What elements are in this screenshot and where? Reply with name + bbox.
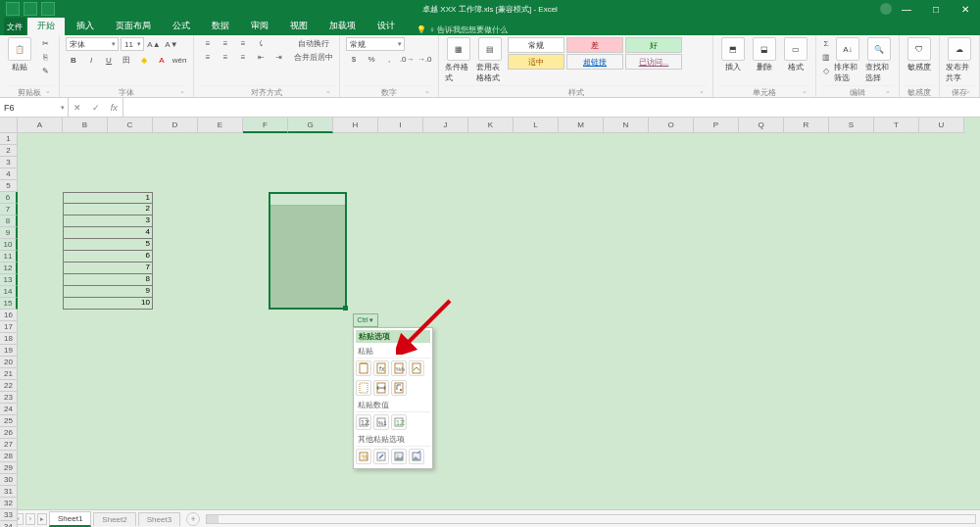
row-header-33[interactable]: 33	[0, 509, 18, 521]
table-row[interactable]: 4	[63, 227, 153, 239]
table-row[interactable]: 8	[63, 274, 153, 286]
col-header-G[interactable]: G	[288, 118, 333, 133]
sheet-nav-next[interactable]: ›	[25, 513, 35, 525]
row-header-24[interactable]: 24	[0, 404, 18, 415]
table-row[interactable]: 9	[63, 286, 153, 298]
sheet-tab-3[interactable]: Sheet3	[138, 512, 180, 526]
table-row[interactable]: 1	[63, 192, 153, 204]
italic-button[interactable]: I	[83, 54, 99, 66]
paste-picture-button[interactable]	[391, 449, 407, 464]
new-sheet-button[interactable]: +	[186, 512, 200, 526]
maximize-button[interactable]: □	[921, 0, 951, 18]
phonetic-button[interactable]: wén	[172, 54, 187, 66]
redo-icon[interactable]	[41, 2, 55, 16]
fx-button[interactable]: fx	[111, 103, 118, 113]
col-header-Q[interactable]: Q	[739, 118, 784, 133]
col-header-A[interactable]: A	[18, 118, 63, 133]
sheet-tab-2[interactable]: Sheet2	[93, 512, 135, 526]
format-cells-button[interactable]: ▭格式	[782, 37, 809, 72]
row-header-14[interactable]: 14	[0, 286, 18, 298]
row-header-31[interactable]: 31	[0, 486, 18, 498]
table-row[interactable]: 10	[63, 298, 153, 310]
underline-button[interactable]: U	[101, 54, 117, 66]
horizontal-scrollbar[interactable]	[206, 514, 976, 524]
row-header-25[interactable]: 25	[0, 415, 18, 427]
col-header-J[interactable]: J	[423, 118, 468, 133]
row-header-26[interactable]: 26	[0, 427, 18, 439]
row-header-32[interactable]: 32	[0, 498, 18, 509]
format-as-table-button[interactable]: ▤套用表格格式	[476, 37, 504, 83]
col-header-L[interactable]: L	[514, 118, 559, 133]
paste-formatting-button[interactable]: %	[356, 449, 371, 464]
grow-font-button[interactable]: A▲	[146, 38, 162, 50]
style-followed-link[interactable]: 已访问...	[625, 54, 682, 70]
decrease-decimal-button[interactable]: →.0	[416, 53, 432, 65]
table-row[interactable]: 2	[63, 204, 153, 216]
col-header-M[interactable]: M	[559, 118, 604, 133]
align-left-button[interactable]: ≡	[200, 51, 216, 63]
merge-center-button[interactable]: 合并后居中	[294, 51, 333, 63]
shrink-font-button[interactable]: A▼	[164, 38, 179, 50]
wrap-text-button[interactable]: 自动换行	[294, 37, 333, 49]
table-row[interactable]: 5	[63, 239, 153, 251]
tab-home[interactable]: 开始	[27, 17, 65, 35]
col-header-I[interactable]: I	[378, 118, 423, 133]
col-header-H[interactable]: H	[333, 118, 378, 133]
row-header-34[interactable]: 34	[0, 521, 18, 527]
row-header-15[interactable]: 15	[0, 298, 18, 310]
fill-button[interactable]: ▥	[822, 51, 830, 63]
tab-review[interactable]: 审阅	[241, 17, 278, 35]
row-header-10[interactable]: 10	[0, 239, 18, 251]
style-normal[interactable]: 常规	[508, 37, 564, 53]
fill-handle[interactable]	[343, 306, 348, 311]
paste-transpose-button[interactable]	[391, 380, 407, 396]
row-header-9[interactable]: 9	[0, 227, 18, 239]
paste-options-smart-tag[interactable]: Ctrl ▾	[353, 313, 378, 327]
tab-design[interactable]: 设计	[368, 17, 405, 35]
row-header-4[interactable]: 4	[0, 168, 18, 180]
row-header-29[interactable]: 29	[0, 462, 18, 474]
enter-formula-button[interactable]: ✓	[92, 103, 100, 113]
align-top-button[interactable]: ≡	[200, 37, 216, 49]
tab-addins[interactable]: 加载项	[319, 17, 366, 35]
col-header-U[interactable]: U	[919, 118, 964, 133]
style-good[interactable]: 好	[625, 37, 682, 53]
cells-grid[interactable]: 12345678910 Ctrl ▾ 粘贴选项 粘贴 fx %fx 粘贴数值 1…	[18, 133, 980, 509]
fill-color-button[interactable]: ◆	[136, 54, 152, 66]
col-header-S[interactable]: S	[829, 118, 874, 133]
insert-cells-button[interactable]: ⬒插入	[719, 37, 747, 72]
bold-button[interactable]: B	[66, 54, 81, 66]
row-header-3[interactable]: 3	[0, 157, 18, 168]
paste-keep-source-button[interactable]	[409, 360, 424, 376]
row-header-21[interactable]: 21	[0, 368, 18, 380]
col-header-T[interactable]: T	[874, 118, 919, 133]
paste-no-borders-button[interactable]	[356, 380, 371, 396]
file-tab[interactable]: 文件	[4, 18, 25, 35]
paste-all-button[interactable]	[356, 360, 371, 376]
tell-me[interactable]: 💡♀ 告诉我您想要做什么	[416, 24, 508, 35]
col-header-F[interactable]: F	[243, 118, 288, 133]
format-painter-button[interactable]: ✎	[37, 65, 53, 76]
sort-filter-button[interactable]: A↓排序和筛选	[834, 37, 861, 83]
font-color-button[interactable]: A	[154, 54, 170, 66]
orientation-button[interactable]: ⤹	[253, 37, 269, 49]
increase-decimal-button[interactable]: .0→	[399, 53, 415, 65]
currency-button[interactable]: $	[346, 53, 362, 65]
col-header-D[interactable]: D	[153, 118, 198, 133]
row-header-19[interactable]: 19	[0, 345, 18, 357]
col-header-P[interactable]: P	[694, 118, 739, 133]
save-icon[interactable]	[6, 2, 20, 16]
style-neutral[interactable]: 适中	[508, 54, 564, 70]
close-button[interactable]: ✕	[951, 0, 980, 18]
find-select-button[interactable]: 🔍查找和选择	[865, 37, 893, 83]
delete-cells-button[interactable]: ⬓删除	[751, 37, 778, 72]
row-header-8[interactable]: 8	[0, 216, 18, 227]
col-header-N[interactable]: N	[604, 118, 649, 133]
paste-link-button[interactable]	[373, 449, 389, 464]
row-header-20[interactable]: 20	[0, 357, 18, 368]
row-header-2[interactable]: 2	[0, 145, 18, 157]
name-box[interactable]: F6	[0, 98, 69, 117]
row-header-7[interactable]: 7	[0, 204, 18, 216]
row-header-23[interactable]: 23	[0, 392, 18, 404]
paste-button[interactable]: 📋 粘贴	[6, 37, 33, 72]
